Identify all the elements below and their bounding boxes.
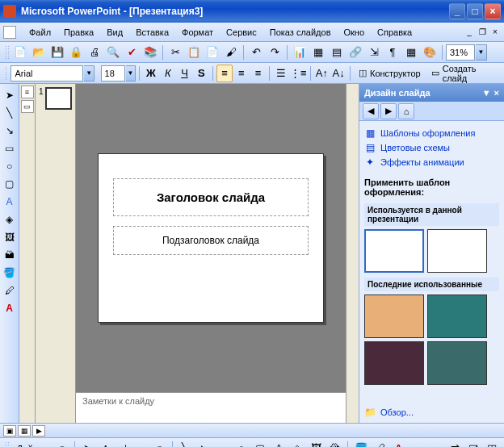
slideshow-view-button[interactable]: ▶: [32, 425, 45, 437]
oval-tool-icon[interactable]: ○: [2, 158, 18, 174]
numbering-button[interactable]: ☰: [273, 65, 289, 82]
new-button[interactable]: 📄: [11, 44, 29, 61]
nav-home-button[interactable]: ⌂: [398, 103, 414, 119]
textbox-button[interactable]: ▢: [251, 440, 268, 448]
line-button[interactable]: ╲: [177, 440, 194, 448]
new-slide-button[interactable]: ▭ Создать слайд: [426, 65, 501, 82]
tables-borders-button[interactable]: ▤: [328, 44, 346, 61]
bold-button[interactable]: Ж: [143, 65, 159, 82]
toolbar-grip[interactable]: [5, 45, 9, 60]
preview-button[interactable]: 🔍: [104, 44, 122, 61]
copy-button[interactable]: 📋: [185, 44, 203, 61]
menu-edit[interactable]: Правка: [57, 25, 100, 40]
clipart-button[interactable]: 🖼: [308, 440, 325, 448]
diagram-button[interactable]: ◈: [289, 440, 306, 448]
increase-font-button[interactable]: A↑: [314, 65, 330, 82]
arrow-line-tool-icon[interactable]: ↘: [2, 123, 18, 139]
bullets-button[interactable]: ⋮≡: [290, 65, 307, 82]
shadow-button[interactable]: S: [193, 65, 209, 82]
template-current-1[interactable]: [364, 229, 424, 273]
nav-forward-button[interactable]: ▶: [380, 103, 397, 119]
menu-format[interactable]: Формат: [175, 25, 220, 40]
slides-tab[interactable]: ▭: [21, 100, 34, 113]
font-name-dropdown[interactable]: ▼: [84, 65, 94, 81]
print-button[interactable]: 🖨: [86, 44, 103, 61]
outline-tab[interactable]: ≡: [21, 86, 34, 98]
3d-style-button[interactable]: ◫: [484, 440, 501, 448]
taskpane-dropdown-icon[interactable]: ▼: [482, 88, 491, 98]
doc-minimize-button[interactable]: _: [464, 27, 475, 38]
paste-button[interactable]: 📄: [204, 44, 221, 61]
arrow-tool-icon[interactable]: ➤: [2, 87, 18, 103]
open-button[interactable]: 📂: [30, 44, 48, 61]
fill-color-icon[interactable]: 🪣: [2, 265, 18, 281]
template-current-2[interactable]: [427, 229, 487, 273]
menu-insert[interactable]: Вставка: [129, 25, 175, 40]
doc-restore-button[interactable]: ❐: [477, 27, 488, 38]
font-color-icon[interactable]: A: [2, 300, 18, 316]
show-formatting-button[interactable]: ¶: [384, 44, 401, 61]
redo-button[interactable]: ↷: [266, 44, 284, 61]
menu-tools[interactable]: Сервис: [220, 25, 263, 40]
menu-slideshow[interactable]: Показ слайдов: [263, 25, 338, 40]
link-color-schemes[interactable]: ▤ Цветовые схемы: [364, 140, 499, 155]
line-style-button[interactable]: ═: [409, 440, 426, 448]
underline-button[interactable]: Ч: [177, 65, 193, 82]
zoom-dropdown[interactable]: ▼: [476, 44, 487, 61]
menu-view[interactable]: Вид: [100, 25, 129, 40]
shadow-style-button[interactable]: ◪: [465, 440, 482, 448]
browse-link[interactable]: 📁 Обзор...: [364, 405, 499, 420]
decrease-font-button[interactable]: A↓: [330, 65, 346, 82]
select-tool-button[interactable]: ➤: [79, 440, 96, 448]
cut-button[interactable]: ✂: [166, 44, 184, 61]
table-button[interactable]: ▦: [309, 44, 327, 61]
font-size-dropdown[interactable]: ▼: [126, 65, 136, 81]
subtitle-placeholder[interactable]: Подзаголовок слайда: [113, 226, 309, 255]
picture-button[interactable]: 🏔: [326, 440, 343, 448]
research-button[interactable]: 📚: [141, 44, 159, 61]
chart-button[interactable]: 📊: [291, 44, 309, 61]
designer-button[interactable]: ◫ Конструктор: [354, 65, 426, 82]
template-recent-3[interactable]: [364, 341, 424, 385]
drawbar-grip[interactable]: [5, 441, 9, 448]
wordart-tool-icon[interactable]: A: [2, 194, 18, 210]
picture-tool-icon[interactable]: 🏔: [2, 247, 18, 263]
rect-button[interactable]: ▭: [214, 440, 231, 448]
line-color-icon[interactable]: 🖊: [2, 282, 18, 299]
font-name-input[interactable]: [10, 65, 83, 81]
line-color-button[interactable]: 🖊: [372, 440, 388, 448]
link-animation[interactable]: ✦ Эффекты анимации: [364, 155, 499, 169]
link-templates[interactable]: ▦ Шаблоны оформления: [364, 126, 499, 140]
sorter-view-button[interactable]: ▦: [18, 425, 31, 437]
template-recent-1[interactable]: [364, 295, 424, 338]
slide-canvas[interactable]: Заголовок слайда Подзаголовок слайда: [76, 84, 346, 392]
align-center-button[interactable]: ≡: [233, 65, 250, 82]
save-button[interactable]: 💾: [48, 44, 66, 61]
template-recent-4[interactable]: [427, 341, 487, 385]
color-button[interactable]: 🎨: [421, 44, 439, 61]
taskpane-close-icon[interactable]: ×: [494, 88, 499, 98]
slide-thumbnail-1[interactable]: [45, 87, 72, 110]
notes-pane[interactable]: Заметки к слайду: [76, 392, 346, 423]
spellcheck-button[interactable]: ✔: [123, 44, 141, 61]
font-size-input[interactable]: [101, 65, 125, 81]
vertical-scrollbar[interactable]: [346, 84, 359, 423]
dash-style-button[interactable]: ┄: [427, 440, 444, 448]
oval-button[interactable]: ○: [233, 440, 250, 448]
menu-window[interactable]: Окно: [338, 25, 372, 40]
toolbar-grip-2[interactable]: [5, 66, 8, 81]
zoom-input[interactable]: [446, 44, 475, 61]
align-left-button[interactable]: ≡: [216, 65, 233, 82]
expand-button[interactable]: ⇲: [365, 44, 383, 61]
format-painter-button[interactable]: 🖌: [222, 44, 240, 61]
title-placeholder[interactable]: Заголовок слайда: [113, 178, 309, 216]
arrow-button[interactable]: ↘: [195, 440, 212, 448]
textbox-tool-icon[interactable]: ▢: [2, 176, 18, 192]
hyperlink-button[interactable]: 🔗: [346, 44, 364, 61]
autoshapes-menu[interactable]: Автофигуры ▼: [98, 440, 168, 448]
normal-view-button[interactable]: ▣: [3, 425, 16, 437]
nav-back-button[interactable]: ◀: [363, 103, 379, 119]
actions-menu[interactable]: Действия ▼: [12, 440, 70, 448]
diagram-tool-icon[interactable]: ◈: [2, 211, 18, 228]
font-color-button[interactable]: A: [390, 440, 407, 448]
